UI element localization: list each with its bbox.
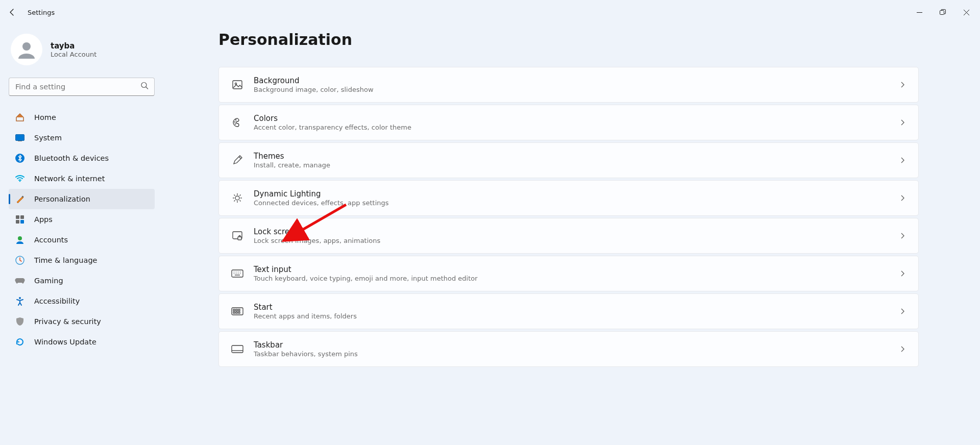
svg-rect-26 [236,309,237,311]
svg-rect-0 [940,11,944,15]
svg-rect-15 [233,81,242,89]
nav-gaming[interactable]: Gaming [9,270,155,291]
lock-screen-icon [230,230,244,241]
nav-home[interactable]: Home [9,107,155,128]
card-title: Background [254,76,898,85]
nav-network[interactable]: Network & internet [9,168,155,189]
svg-rect-8 [16,215,19,219]
svg-rect-9 [20,215,24,219]
maximize-icon [940,9,946,15]
svg-rect-10 [16,220,19,224]
accessibility-icon [15,296,25,306]
app-title: Settings [28,9,55,16]
avatar [11,34,42,65]
paintbrush-icon [15,194,25,204]
card-background[interactable]: Background Background image, color, slid… [218,67,919,103]
svg-rect-22 [238,237,241,240]
nav-windows-update[interactable]: Windows Update [9,332,155,352]
pen-icon [230,155,244,166]
palette-icon [230,117,244,128]
accounts-icon [15,235,25,245]
svg-rect-30 [238,312,240,313]
chevron-right-icon [898,270,907,277]
card-sub: Touch keyboard, voice typing, emoji and … [254,275,898,282]
system-icon [15,133,25,143]
nav-label: Home [34,113,56,121]
nav-list: Home System Bluetooth & devices Network … [9,107,155,352]
card-text-input[interactable]: Text input Touch keyboard, voice typing,… [218,256,919,291]
chevron-right-icon [898,345,907,353]
card-lock-screen[interactable]: Lock screen Lock screen images, apps, an… [218,218,919,254]
svg-rect-25 [233,309,235,311]
nav-bluetooth[interactable]: Bluetooth & devices [9,148,155,168]
clock-globe-icon [15,255,25,265]
svg-point-19 [235,123,236,125]
card-sub: Accent color, transparency effects, colo… [254,123,898,131]
card-colors[interactable]: Colors Accent color, transparency effect… [218,105,919,140]
svg-point-16 [235,83,236,84]
nav-accounts[interactable]: Accounts [9,230,155,250]
profile-block[interactable]: tayba Local Account [9,24,155,78]
minimize-button[interactable] [908,4,931,20]
close-icon [964,10,969,15]
nav-system[interactable]: System [9,128,155,148]
card-title: Taskbar [254,340,898,350]
shield-icon [15,316,25,327]
nav-privacy[interactable]: Privacy & security [9,311,155,332]
profile-name: tayba [51,41,96,51]
titlebar: Settings [0,0,980,24]
minimize-icon [917,10,922,15]
card-start[interactable]: Start Recent apps and items, folders [218,293,919,329]
card-sub: Recent apps and items, folders [254,312,898,320]
card-title: Lock screen [254,227,898,236]
svg-rect-28 [233,312,235,313]
svg-rect-23 [232,270,243,277]
card-dynamic-lighting[interactable]: Dynamic Lighting Connected devices, effe… [218,180,919,216]
main-content: Personalization Background Background im… [163,24,980,445]
svg-rect-31 [232,345,243,353]
nav-time-language[interactable]: Time & language [9,250,155,270]
card-taskbar[interactable]: Taskbar Taskbar behaviors, system pins [218,331,919,367]
maximize-button[interactable] [931,4,954,20]
nav-label: Accessibility [34,297,80,305]
chevron-right-icon [898,81,907,88]
search-input[interactable] [9,78,155,96]
svg-point-6 [19,181,21,182]
svg-rect-11 [20,220,24,224]
nav-label: Personalization [34,195,90,203]
card-sub: Taskbar behaviors, system pins [254,350,898,358]
card-title: Dynamic Lighting [254,189,898,199]
update-icon [15,337,25,347]
nav-label: System [34,134,62,142]
start-icon [230,307,244,315]
card-title: Themes [254,152,898,161]
nav-apps[interactable]: Apps [9,209,155,230]
gamepad-icon [15,276,25,286]
nav-label: Windows Update [34,338,96,346]
profile-sub: Local Account [51,51,96,58]
card-sub: Lock screen images, apps, animations [254,237,898,244]
nav-label: Privacy & security [34,317,101,326]
home-icon [15,112,25,122]
svg-point-20 [235,196,239,200]
svg-point-12 [18,236,22,240]
svg-point-1 [22,42,31,51]
svg-point-2 [141,83,146,88]
nav-label: Apps [34,215,53,224]
nav-accessibility[interactable]: Accessibility [9,291,155,311]
apps-icon [15,214,25,225]
search-box[interactable] [9,78,155,96]
svg-point-14 [19,297,21,299]
card-sub: Install, create, manage [254,161,898,169]
nav-personalization[interactable]: Personalization [9,189,155,209]
nav-label: Time & language [34,256,97,264]
card-sub: Connected devices, effects, app settings [254,199,898,207]
card-title: Text input [254,265,898,274]
close-button[interactable] [954,4,978,20]
lighting-icon [230,192,244,204]
card-themes[interactable]: Themes Install, create, manage [218,142,919,178]
page-title: Personalization [218,31,919,48]
back-button[interactable] [2,2,22,22]
taskbar-icon [230,345,244,353]
nav-label: Network & internet [34,175,105,183]
